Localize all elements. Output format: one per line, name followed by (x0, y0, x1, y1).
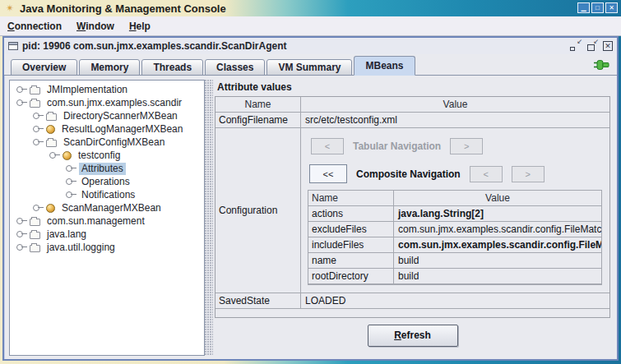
folder-icon (30, 87, 40, 94)
refresh-button[interactable]: Refresh (368, 325, 458, 347)
composite-row-includeFiles[interactable]: includeFilescom.sun.jmx.examples.scandir… (308, 237, 601, 253)
table-row[interactable]: SavedState LOADED (215, 293, 609, 309)
tree-node-com-sun-management[interactable]: com.sun.management (10, 214, 204, 228)
composite-prev-button[interactable]: < (470, 166, 503, 182)
tree-node-label: Operations (79, 176, 132, 188)
tab-overview[interactable]: Overview (11, 59, 77, 76)
internal-frame-titlebar[interactable]: pid: 19906 com.sun.jmx.examples.scandir.… (4, 38, 617, 54)
tree-handle-icon[interactable] (33, 126, 39, 132)
tree-node-label: java.util.logging (44, 242, 118, 254)
tree-node-label: com.sun.jmx.examples.scandir (44, 97, 184, 109)
menu-help[interactable]: Help (122, 21, 158, 32)
header-name: Name (215, 97, 301, 112)
tree-node-jmimplementation[interactable]: JMImplementation (10, 83, 204, 96)
tree-handle-icon[interactable] (16, 99, 23, 106)
tree-node-scandirconfigmxbean[interactable]: ScanDirConfigMXBean (10, 136, 204, 149)
tree-handle-icon[interactable] (33, 139, 39, 145)
attr-value: com.sun.jmx.examples.scandir.config.File… (394, 222, 601, 237)
window-titlebar[interactable]: ✴ Java Monitoring & Management Console ▁… (0, 0, 621, 16)
tree-node-label: ScanManagerMXBean (59, 202, 164, 214)
split-divider[interactable] (205, 80, 213, 356)
attr-name: rootDirectory (308, 269, 394, 283)
tree-node-operations[interactable]: Operations (10, 175, 204, 188)
tree-node-testconfig[interactable]: testconfig (10, 149, 204, 162)
composite-row-actions[interactable]: actionsjava.lang.String[2] (308, 206, 601, 222)
attr-value: com.sun.jmx.examples.scandir.config.File… (394, 237, 601, 252)
table-header-row: Name Value (215, 97, 609, 113)
composite-header-row: Name Value (308, 191, 601, 206)
tree-node-attributes[interactable]: Attributes (10, 162, 204, 175)
header-name: Name (308, 191, 394, 205)
attr-value: LOADED (301, 293, 609, 308)
tree-handle-icon[interactable] (33, 205, 39, 211)
tree-node-java-util-logging[interactable]: java.util.logging (10, 241, 204, 254)
frame-controls: ↙ ↙ ✕ (567, 41, 613, 51)
internal-frame: pid: 19906 com.sun.jmx.examples.scandir.… (2, 36, 619, 361)
tab-mbeans[interactable]: MBeans (354, 56, 415, 76)
composite-value-cell: < Tabular Navigation > << Composite Navi… (301, 128, 609, 293)
tree-node-notifications[interactable]: Notifications (10, 188, 204, 201)
attr-value: src/etc/testconfig.xml (301, 113, 609, 127)
tab-threads[interactable]: Threads (141, 59, 203, 76)
maximize-button[interactable]: □ (591, 2, 604, 13)
panel-title: Attribute values (217, 81, 610, 93)
tree-node-label: com.sun.management (44, 215, 147, 228)
tree-handle-icon[interactable] (66, 191, 72, 198)
tree-node-directoryscannermxbean[interactable]: DirectoryScannerMXBean (10, 109, 204, 122)
tree-node-label: Attributes (79, 163, 126, 175)
composite-next-button[interactable]: > (512, 166, 545, 182)
composite-navigation: << Composite Navigation < > (309, 164, 605, 183)
tree-node-scanmanagermxbean[interactable]: ScanManagerMXBean (10, 201, 204, 214)
composite-row-excludeFiles[interactable]: excludeFilescom.sun.jmx.examples.scandir… (308, 222, 601, 237)
tab-vm-summary[interactable]: VM Summary (266, 59, 352, 76)
tree-handle-icon[interactable] (66, 165, 72, 172)
frame-restore-icon[interactable]: ↙ (586, 41, 597, 51)
tree-handle-icon[interactable] (16, 86, 23, 93)
tab-memory[interactable]: Memory (79, 59, 140, 76)
tree-node-java-lang[interactable]: java.lang (10, 228, 204, 241)
minimize-button[interactable]: ▁ (577, 2, 590, 13)
tree-handle-icon[interactable] (33, 113, 39, 119)
bean-icon (46, 204, 55, 213)
folder-icon (30, 100, 40, 108)
attr-name: ConfigFilename (215, 113, 301, 127)
attr-value: java.lang.String[2] (394, 206, 601, 221)
menu-connection[interactable]: Connection (0, 21, 69, 32)
refresh-label: Refresh (394, 329, 431, 341)
table-row[interactable]: ConfigFilename src/etc/testconfig.xml (215, 113, 609, 128)
tree-handle-icon[interactable] (16, 218, 23, 224)
composite-row-rootDirectory[interactable]: rootDirectorybuild (308, 269, 601, 284)
menu-window[interactable]: Window (69, 21, 122, 32)
frame-icon (8, 42, 18, 50)
tree-handle-icon[interactable] (16, 244, 23, 251)
tree-node-com-sun-jmx-examples-scandir[interactable]: com.sun.jmx.examples.scandir (10, 96, 204, 109)
tree-handle-icon[interactable] (66, 178, 72, 185)
button-area: Refresh (215, 318, 610, 352)
tree-node-label: java.lang (44, 228, 89, 241)
table-row-configuration: Configuration < Tabular Navigation > << … (215, 128, 609, 293)
mbean-tree: JMImplementationcom.sun.jmx.examples.sca… (9, 80, 205, 356)
attr-name: SavedState (215, 293, 301, 308)
close-button[interactable]: ✕ (605, 2, 618, 13)
composite-navigation-label: Composite Navigation (356, 168, 461, 180)
tree-node-label: JMImplementation (44, 84, 130, 96)
frame-iconify-icon[interactable]: ↙ (570, 41, 581, 51)
attr-value: build (394, 253, 601, 268)
tree-node-label: testconfig (76, 150, 123, 162)
tree-node-resultlogmanagermxbean[interactable]: ResultLogManagerMXBean (10, 122, 204, 136)
tabular-next-button[interactable]: > (450, 138, 483, 154)
attr-name: actions (308, 206, 394, 221)
tree-handle-icon[interactable] (16, 231, 23, 237)
composite-row-name[interactable]: namebuild (308, 253, 601, 269)
folder-icon (30, 245, 40, 252)
tree-node-label: ScanDirConfigMXBean (61, 136, 167, 149)
frame-title: pid: 19906 com.sun.jmx.examples.scandir.… (22, 40, 291, 52)
attr-name: excludeFiles (308, 222, 394, 237)
tree-handle-icon[interactable] (49, 152, 56, 159)
folder-icon (46, 140, 57, 147)
composite-back-button[interactable]: << (309, 164, 347, 183)
attributes-table: Name Value ConfigFilename src/etc/testco… (215, 96, 610, 318)
tabular-prev-button[interactable]: < (311, 138, 344, 154)
frame-close-icon[interactable]: ✕ (603, 41, 613, 51)
tab-classes[interactable]: Classes (205, 59, 265, 76)
